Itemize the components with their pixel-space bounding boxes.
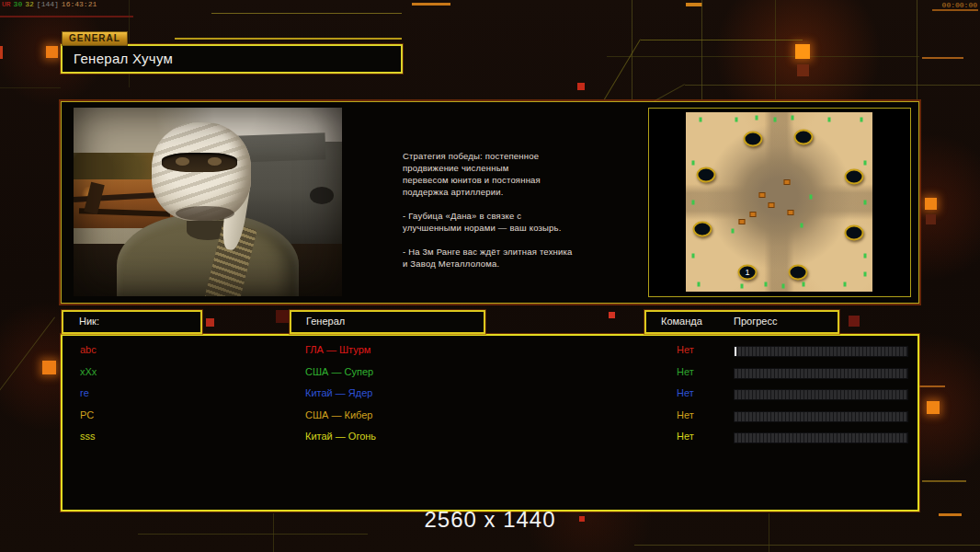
general-portrait [74, 108, 342, 296]
map-tree-marker [791, 115, 793, 120]
circuit-line [0, 46, 3, 59]
player-row: xXxСША — СуперНет [63, 362, 917, 384]
map-start-spot [697, 167, 716, 183]
circuit-line-diagonal [604, 39, 641, 99]
glow-square [46, 46, 58, 58]
map-tree-marker [740, 284, 743, 289]
glow-square [795, 44, 810, 59]
map-tree-marker [828, 117, 831, 121]
nick-header-box: Ник: [62, 310, 202, 334]
map-supply-marker [750, 212, 757, 217]
circuit-line-diagonal [654, 84, 685, 101]
dim-square [276, 310, 289, 323]
map-tree-marker [863, 200, 866, 204]
debug-part: 30 [14, 0, 23, 8]
dim-square [609, 312, 615, 318]
progress-bar [734, 346, 908, 357]
map-supply-marker [787, 210, 793, 215]
glow-square [925, 198, 937, 210]
map-supply-marker [783, 179, 790, 185]
player-row: abcГЛА — ШтурмНет [63, 339, 917, 362]
general-header-box: Генерал [290, 310, 485, 334]
dim-square [849, 316, 860, 327]
map-tree-marker [860, 117, 862, 121]
circuit-line [175, 38, 402, 40]
player-team: Нет [677, 366, 694, 377]
portrait-vignette [74, 108, 342, 296]
player-nick: xXx [80, 366, 97, 377]
map-tree-marker [765, 282, 768, 287]
game-clock: 00:00:00 [942, 1, 977, 9]
map-tree-marker [692, 160, 695, 165]
players-panel: abcГЛА — ШтурмНетxXxСША — СуперНетreКита… [61, 334, 919, 512]
dim-square [577, 83, 585, 90]
debug-part: UR [2, 0, 11, 8]
map-tree-marker [756, 115, 758, 120]
map-start-spot [693, 221, 712, 236]
circuit-line [686, 3, 702, 6]
player-team: Нет [677, 409, 694, 420]
player-nick: abc [80, 344, 97, 355]
player-row: sssКитай — ОгоньНет [63, 426, 917, 448]
map-tree-marker [802, 282, 804, 287]
map-tree-marker [863, 271, 866, 276]
map-tree-marker [692, 200, 695, 204]
map-tree-marker [698, 282, 701, 287]
map-tree-marker [774, 117, 777, 121]
player-general: США — Супер [305, 366, 373, 377]
map-preview: 1 [686, 112, 872, 292]
progress-bar [734, 389, 908, 400]
map-supply-marker [769, 202, 775, 208]
map-tree-marker [863, 254, 866, 259]
progress-bar [734, 368, 908, 379]
dim-square [206, 318, 214, 327]
map-preview-box: 1 [648, 108, 911, 297]
debug-part: [144] [37, 0, 59, 8]
map-tree-marker [810, 194, 813, 199]
player-team: Нет [677, 387, 694, 398]
map-tree-marker [735, 117, 737, 121]
circuit-line [922, 57, 963, 59]
map-tree-marker [692, 254, 695, 259]
strategy-text: Стратегия победы: постепенное продвижени… [403, 150, 614, 270]
circuit-line [641, 40, 803, 40]
map-tree-marker [731, 228, 734, 233]
circuit-line [932, 9, 978, 11]
map-start-spot [793, 130, 813, 145]
progress-tick [735, 347, 736, 356]
player-rows: abcГЛА — ШтурмНетxXxСША — СуперНетreКита… [63, 336, 917, 448]
glow-square [927, 401, 940, 414]
progress-bar [734, 432, 908, 443]
debug-overlay: UR3032[144]16:43:21 [2, 1, 99, 8]
team-progress-header-box: Команда Прогресс [644, 310, 839, 334]
player-team: Нет [677, 344, 694, 355]
loading-screen: UR3032[144]16:43:21 00:00:00 GENERAL Ген… [0, 0, 980, 552]
nick-header-label: Ник: [79, 316, 99, 327]
map-start-spot-1: 1 [737, 264, 757, 280]
dim-square [797, 64, 809, 76]
team-header-label: Команда [661, 316, 702, 327]
progress-header-label: Прогресс [734, 316, 777, 327]
player-nick: sss [80, 431, 96, 442]
circuit-line [412, 3, 450, 6]
map-supply-marker [738, 219, 745, 224]
glow-square [42, 361, 56, 374]
player-general: США — Кибер [305, 409, 372, 420]
player-row: PCСША — КиберНет [63, 405, 917, 427]
player-nick: PC [80, 409, 94, 420]
circuit-line [634, 545, 980, 546]
progress-bar [734, 411, 908, 422]
map-start-spot [788, 264, 807, 280]
map-tree-marker [843, 282, 846, 287]
circuit-line [685, 85, 980, 86]
circuit-line [607, 56, 919, 57]
general-tab-badge: GENERAL [62, 31, 128, 46]
circuit-line [0, 87, 61, 88]
map-start-spot [844, 224, 863, 240]
player-team: Нет [677, 431, 694, 442]
general-header-label: Генерал [306, 316, 345, 327]
map-tree-marker [863, 160, 866, 165]
player-general: Китай — Ядер [305, 387, 372, 398]
map-tree-marker [781, 284, 784, 289]
player-nick: re [80, 387, 89, 398]
